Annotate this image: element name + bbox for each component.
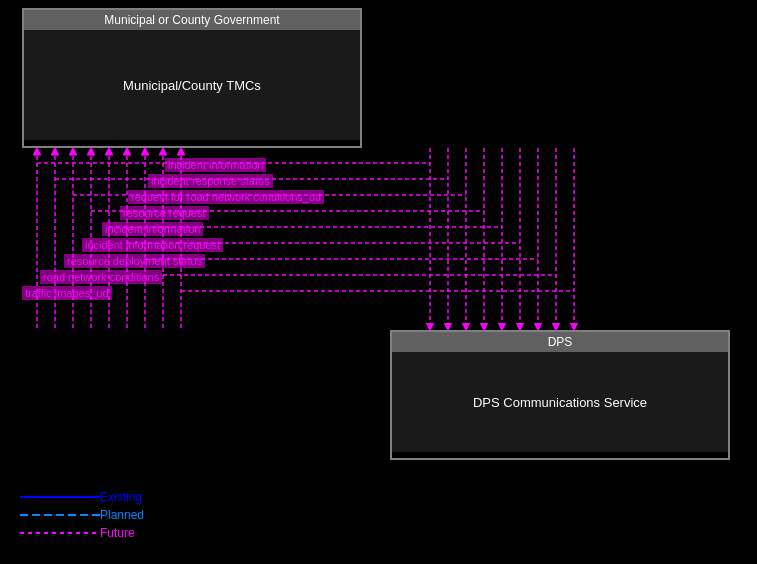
label-a5: incident information: [102, 222, 203, 236]
planned-label: Planned: [100, 508, 144, 522]
dps-box: DPS DPS Communications Service: [390, 330, 730, 460]
legend: Existing Planned Future: [20, 490, 144, 544]
planned-line-icon: [20, 513, 100, 517]
legend-planned: Planned: [20, 508, 144, 522]
dps-body: DPS Communications Service: [392, 352, 728, 452]
existing-line-icon: [20, 495, 100, 499]
legend-existing: Existing: [20, 490, 144, 504]
label-a6: incident information request: [82, 238, 223, 252]
municipal-header: Municipal or County Government: [24, 10, 360, 30]
label-a4: resource request: [120, 206, 209, 220]
label-a9: traffic images_ud: [22, 286, 112, 300]
future-label: Future: [100, 526, 135, 540]
label-a8: road network conditions: [40, 270, 162, 284]
municipal-body: Municipal/County TMCs: [24, 30, 360, 140]
label-a2: incident response status: [148, 174, 273, 188]
legend-future: Future: [20, 526, 144, 540]
municipal-box: Municipal or County Government Municipal…: [22, 8, 362, 148]
dps-header: DPS: [392, 332, 728, 352]
future-line-icon: [20, 531, 100, 535]
label-a3: request for road network conditions_ud: [128, 190, 324, 204]
label-a1: incident information: [165, 158, 266, 172]
existing-label: Existing: [100, 490, 142, 504]
label-a7: resource deployment status: [64, 254, 205, 268]
